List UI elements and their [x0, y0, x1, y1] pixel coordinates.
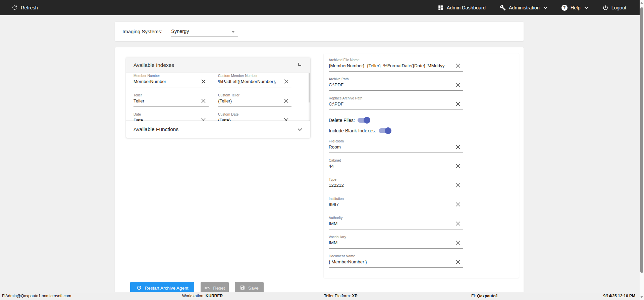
field-value[interactable]: {Teller} [218, 98, 279, 104]
logout-button[interactable]: Logout [602, 5, 626, 11]
clear-icon[interactable] [455, 82, 461, 87]
fi-label: FI: [471, 294, 476, 298]
field-value[interactable]: Room [329, 144, 451, 150]
fileroom-field[interactable]: FileRoom Room [329, 139, 463, 153]
save-icon [240, 285, 245, 291]
top-nav-bar: Refresh Admin Dashboard Administration ?… [0, 0, 640, 15]
index-field-custom-date[interactable]: Custom Date {Date} [218, 112, 291, 121]
field-underline [329, 110, 463, 110]
clear-icon[interactable] [201, 79, 206, 84]
field-underline [329, 191, 463, 191]
field-underline [218, 106, 291, 107]
refresh-icon [136, 285, 142, 292]
document-name-field[interactable]: Document Name { MemberNumber } [329, 254, 463, 268]
indexes-scrollbar[interactable] [309, 73, 310, 121]
imaging-systems-label: Imaging Systems: [122, 29, 162, 34]
index-field-teller[interactable]: Teller Teller [133, 93, 209, 107]
scroll-down-arrow-icon[interactable] [640, 296, 643, 298]
index-field-date[interactable]: Date Date [133, 112, 209, 121]
delete-files-toggle-row: Delete Files: [329, 115, 463, 125]
field-label: Archived File Name [329, 58, 463, 62]
include-blank-indexes-toggle[interactable] [379, 127, 391, 134]
field-value[interactable]: Date [133, 117, 197, 121]
clear-icon[interactable] [455, 240, 461, 245]
field-value[interactable]: {Date} [218, 117, 279, 121]
administration-menu[interactable]: Administration [500, 5, 547, 11]
archived-file-name-field[interactable]: Archived File Name {MemberNumber}_{Telle… [329, 58, 463, 72]
admin-dashboard-label: Admin Dashboard [447, 5, 486, 10]
field-value[interactable]: 122212 [329, 182, 451, 188]
fi-value: Qaxpauto1 [477, 294, 498, 298]
delete-files-label: Delete Files: [329, 118, 355, 123]
field-value[interactable]: MemberNumber [133, 78, 197, 85]
delete-files-toggle[interactable] [358, 117, 370, 124]
cabinet-field[interactable]: Cabinet 44 [329, 158, 463, 172]
chevron-down-icon [543, 6, 547, 9]
vocabulary-field[interactable]: Vocabulary IMM [329, 235, 463, 249]
scrollbar-thumb[interactable] [640, 7, 643, 273]
field-label: Institution [329, 197, 463, 201]
clear-icon[interactable] [284, 79, 289, 84]
clear-icon[interactable] [201, 98, 206, 103]
available-functions-header[interactable]: Available Functions [126, 121, 310, 138]
chevron-down-icon [298, 126, 302, 132]
clear-icon[interactable] [455, 63, 461, 68]
imaging-systems-select[interactable]: Synergy [171, 27, 238, 37]
field-value[interactable]: 9997 [329, 201, 451, 208]
collapse-corner-icon [297, 62, 302, 69]
wrench-icon [500, 5, 506, 11]
field-underline [133, 106, 209, 107]
chevron-down-icon [584, 6, 588, 9]
index-field-custom-member-number[interactable]: Custom Member Number %PadLeft({MemberNum… [218, 74, 291, 87]
field-value[interactable]: { MemberNumber } [329, 259, 451, 265]
field-value[interactable]: IMM [329, 220, 451, 227]
clear-icon[interactable] [455, 101, 461, 106]
index-field-custom-teller[interactable]: Custom Teller {Teller} [218, 93, 291, 107]
archive-path-field[interactable]: Archive Path C:\PDF [329, 77, 463, 91]
authority-field[interactable]: Authority IMM [329, 216, 463, 229]
institution-field[interactable]: Institution 9997 [329, 197, 463, 210]
clear-icon[interactable] [455, 202, 461, 207]
replace-archive-path-field[interactable]: Replace Archive Path C:\PDF [329, 96, 463, 110]
scroll-up-arrow-icon[interactable] [640, 2, 643, 4]
archive-settings-panel: Archived File Name {MemberNumber}_{Telle… [324, 53, 519, 278]
status-workstation: Workstation: KURRER [182, 292, 223, 300]
admin-dashboard-link[interactable]: Admin Dashboard [438, 5, 486, 11]
clear-icon[interactable] [455, 164, 461, 169]
field-value[interactable]: C:\PDF [329, 82, 451, 88]
refresh-button[interactable]: Refresh [11, 4, 38, 11]
field-label: Custom Date [218, 112, 291, 117]
clear-icon[interactable] [455, 221, 461, 226]
field-underline [329, 172, 463, 172]
field-underline [329, 229, 463, 229]
field-underline [329, 210, 463, 210]
clear-icon[interactable] [455, 259, 461, 264]
field-value[interactable]: Teller [133, 98, 197, 104]
dropdown-arrow-icon [231, 31, 235, 33]
toggle-knob [364, 117, 370, 124]
help-menu[interactable]: ? Help [561, 5, 588, 11]
dashboard-icon [438, 5, 444, 11]
field-value[interactable]: %PadLeft({MemberNumber}, [218, 78, 279, 85]
field-value[interactable]: IMM [329, 240, 451, 246]
clear-icon[interactable] [455, 144, 461, 149]
clear-icon[interactable] [284, 98, 289, 103]
refresh-label: Refresh [21, 5, 38, 10]
type-field[interactable]: Type 122212 [329, 177, 463, 191]
clear-icon[interactable] [201, 118, 206, 121]
clear-icon[interactable] [455, 183, 461, 188]
clear-icon[interactable] [284, 118, 289, 121]
main-content-card: Available Indexes Member Number MemberNu… [115, 47, 524, 299]
page-scrollbar[interactable] [640, 0, 644, 300]
index-field-member-number[interactable]: Member Number MemberNumber [133, 74, 209, 87]
toggle-knob [385, 127, 391, 134]
field-value[interactable]: C:\PDF [329, 101, 451, 107]
available-indexes-header[interactable]: Available Indexes [126, 57, 310, 73]
save-label: Save [248, 286, 259, 291]
field-label: Teller [133, 93, 209, 97]
administration-label: Administration [509, 5, 540, 10]
indexes-scrollbar-thumb[interactable] [309, 73, 310, 102]
field-label: FileRoom [329, 139, 463, 143]
field-value[interactable]: 44 [329, 163, 451, 169]
field-value[interactable]: {MemberNumber}_{Teller}_%FormatDate({Dat… [329, 62, 451, 69]
